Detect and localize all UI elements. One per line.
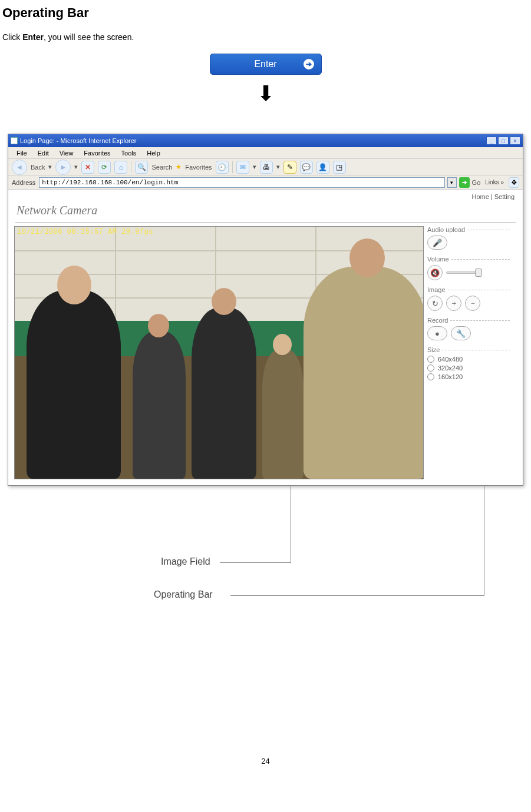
- down-arrow-icon: ⬇: [257, 83, 275, 104]
- audio-upload-button[interactable]: 🎤: [427, 236, 447, 250]
- favorites-icon[interactable]: ★: [176, 163, 182, 171]
- search-label[interactable]: Search: [151, 164, 172, 171]
- close-button[interactable]: ×: [510, 137, 520, 145]
- stop-button[interactable]: ✕: [81, 161, 94, 174]
- search-icon[interactable]: 🔍: [135, 161, 148, 174]
- intro-bold: Enter: [22, 32, 44, 42]
- page-icon: [11, 137, 18, 144]
- operating-bar-panel: Audio upload 🎤 Volume 🔇 Image ↻ ＋ －: [427, 226, 510, 386]
- intro-text: Click Enter, you will see the screen.: [2, 32, 531, 42]
- arrow-right-icon: ➔: [304, 59, 314, 69]
- go-button[interactable]: ➔: [459, 177, 470, 188]
- mail-dd[interactable]: ▾: [253, 163, 256, 171]
- edit-button[interactable]: ✎: [283, 161, 296, 174]
- links-extra-icon[interactable]: ❖: [509, 177, 519, 188]
- group-image: Image ↻ ＋ －: [427, 286, 510, 311]
- discuss-button[interactable]: 💬: [300, 161, 313, 174]
- links-label[interactable]: Links »: [483, 179, 506, 185]
- window-title: Login Page: - Microsoft Internet Explore…: [20, 137, 136, 144]
- group-record: Record ● 🔧: [427, 317, 510, 340]
- group-audio-upload: Audio upload 🎤: [427, 226, 510, 250]
- fwd-dd[interactable]: ▾: [74, 163, 78, 171]
- zoom-in-button[interactable]: ＋: [446, 296, 461, 311]
- volume-slider[interactable]: [446, 271, 481, 274]
- annotation-image-field: Image Field: [161, 556, 210, 567]
- mail-button[interactable]: ✉: [236, 161, 249, 174]
- zoom-out-button[interactable]: －: [465, 296, 480, 311]
- toolbar: ◄ Back ▾ ► ▾ ✕ ⟳ ⌂ 🔍 Search ★ Favorites …: [8, 159, 523, 175]
- enter-button-label: Enter: [254, 59, 276, 69]
- enter-button[interactable]: Enter ➔: [210, 54, 322, 75]
- address-label: Address: [12, 179, 37, 186]
- history-button[interactable]: 🕘: [216, 161, 229, 174]
- section-heading: Operating Bar: [2, 5, 531, 21]
- size-640-label: 640x480: [438, 356, 463, 363]
- menu-file[interactable]: File: [12, 150, 32, 157]
- intro-suffix: , you will see the screen.: [44, 32, 134, 42]
- titlebar: Login Page: - Microsoft Internet Explore…: [8, 134, 523, 147]
- size-option-320x240[interactable]: 320x240: [427, 364, 510, 372]
- menubar: File Edit View Favorites Tools Help: [8, 147, 523, 159]
- address-input[interactable]: [39, 177, 444, 188]
- group-size: Size 640x480 320x240 160x120: [427, 346, 510, 380]
- video-osd: 10/21/2006 06:35:57 AM 29.9fps: [17, 228, 153, 236]
- size-option-160x120[interactable]: 160x120: [427, 373, 510, 380]
- go-label: Go: [472, 179, 481, 186]
- radio-icon: [427, 373, 434, 380]
- home-setting-links[interactable]: Home | Setting: [8, 190, 523, 200]
- record-button[interactable]: ●: [427, 326, 447, 340]
- menu-help[interactable]: Help: [142, 150, 165, 157]
- intro-prefix: Click: [2, 32, 22, 42]
- back-button[interactable]: ◄: [12, 160, 27, 175]
- print-dd[interactable]: ▾: [276, 163, 280, 171]
- address-bar: Address ▾ ➔ Go Links » ❖: [8, 175, 523, 190]
- extra-button[interactable]: ◳: [333, 161, 346, 174]
- menu-edit[interactable]: Edit: [33, 150, 54, 157]
- group-volume: Volume 🔇: [427, 256, 510, 280]
- mute-button[interactable]: 🔇: [427, 265, 443, 280]
- size-option-640x480[interactable]: 640x480: [427, 356, 510, 363]
- video-frame: 10/21/2006 06:35:57 AM 29.9fps: [14, 226, 424, 479]
- forward-button[interactable]: ►: [55, 160, 71, 175]
- print-button[interactable]: 🖶: [260, 161, 273, 174]
- minimize-button[interactable]: _: [486, 137, 497, 145]
- address-dropdown[interactable]: ▾: [447, 177, 457, 188]
- page-number: 24: [0, 757, 531, 765]
- messenger-button[interactable]: 👤: [316, 161, 329, 174]
- record-label: Record: [427, 317, 448, 324]
- menu-view[interactable]: View: [55, 150, 78, 157]
- image-label: Image: [427, 286, 446, 293]
- page-title: Network Camera: [8, 200, 523, 221]
- radio-icon: [427, 356, 434, 363]
- image-reset-button[interactable]: ↻: [427, 296, 443, 311]
- volume-label: Volume: [427, 256, 449, 263]
- home-button[interactable]: ⌂: [114, 161, 127, 174]
- size-160-label: 160x120: [438, 373, 463, 380]
- annotation-operating-bar: Operating Bar: [154, 589, 213, 600]
- divider: [15, 222, 516, 223]
- radio-icon: [427, 364, 434, 372]
- record-settings-button[interactable]: 🔧: [451, 326, 471, 340]
- ie-window: Login Page: - Microsoft Internet Explore…: [8, 134, 523, 486]
- maximize-button[interactable]: □: [498, 137, 509, 145]
- favorites-label[interactable]: Favorites: [185, 164, 212, 171]
- back-label: Back: [31, 164, 45, 171]
- page-content: Home | Setting Network Camera: [8, 190, 523, 485]
- menu-favorites[interactable]: Favorites: [79, 150, 115, 157]
- size-label: Size: [427, 346, 440, 353]
- audio-upload-label: Audio upload: [427, 226, 465, 233]
- size-320-label: 320x240: [438, 364, 463, 372]
- refresh-button[interactable]: ⟳: [98, 161, 111, 174]
- back-dd[interactable]: ▾: [48, 163, 52, 171]
- annotations: Image Field Operating Bar: [8, 486, 523, 604]
- menu-tools[interactable]: Tools: [117, 150, 141, 157]
